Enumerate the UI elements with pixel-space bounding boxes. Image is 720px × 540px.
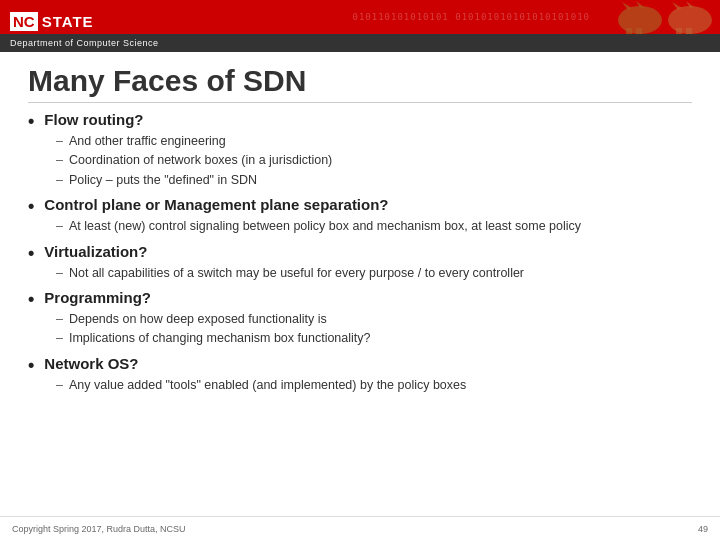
- footer-page-number: 49: [698, 524, 708, 534]
- sub-dash: –: [56, 151, 63, 170]
- list-item: • Network OS? – Any value added "tools" …: [28, 355, 692, 395]
- sub-dash: –: [56, 264, 63, 283]
- bullet-main-1: • Flow routing?: [28, 111, 692, 130]
- sub-text: Not all capabilities of a switch may be …: [69, 264, 692, 283]
- logo-state-text: STATE: [42, 13, 94, 30]
- bullet-dot-2: •: [28, 197, 34, 215]
- list-item: – Any value added "tools" enabled (and i…: [56, 376, 692, 395]
- list-item: • Control plane or Management plane sepa…: [28, 196, 692, 236]
- sub-dash: –: [56, 376, 63, 395]
- bullet-dot-3: •: [28, 244, 34, 262]
- sub-text: At least (new) control signaling between…: [69, 217, 692, 236]
- bullet-label-1: Flow routing?: [44, 111, 143, 128]
- sub-text: Implications of changing mechanism box f…: [69, 329, 692, 348]
- sub-dash: –: [56, 217, 63, 236]
- bullet-main-3: • Virtualization?: [28, 243, 692, 262]
- dept-text: Department of Computer Science: [10, 38, 159, 48]
- bullet-main-5: • Network OS?: [28, 355, 692, 374]
- bullet-list: • Flow routing? – And other traffic engi…: [28, 111, 692, 395]
- list-item: – At least (new) control signaling betwe…: [56, 217, 692, 236]
- bullet-dot-5: •: [28, 356, 34, 374]
- list-item: – And other traffic engineering: [56, 132, 692, 151]
- binary-text: 010110101010101 010101010101010101010: [353, 12, 590, 22]
- list-item: – Depends on how deep exposed functional…: [56, 310, 692, 329]
- slide-content: Many Faces of SDN • Flow routing? – And …: [0, 52, 720, 516]
- sub-dash: –: [56, 132, 63, 151]
- logo-nc-text: NC: [10, 12, 38, 31]
- header-bar: NC STATE UNIVERSITY 010110101010101 0101…: [0, 0, 720, 52]
- sub-text: Coordination of network boxes (in a juri…: [69, 151, 692, 170]
- sub-list-5: – Any value added "tools" enabled (and i…: [28, 376, 692, 395]
- footer: Copyright Spring 2017, Rudra Dutta, NCSU…: [0, 516, 720, 540]
- slide-title: Many Faces of SDN: [28, 64, 692, 103]
- bullet-label-2: Control plane or Management plane separa…: [44, 196, 388, 213]
- footer-copyright: Copyright Spring 2017, Rudra Dutta, NCSU: [12, 524, 186, 534]
- list-item: – Not all capabilities of a switch may b…: [56, 264, 692, 283]
- list-item: – Policy – puts the "defined" in SDN: [56, 171, 692, 190]
- sub-dash: –: [56, 171, 63, 190]
- bullet-dot-1: •: [28, 112, 34, 130]
- sub-text: And other traffic engineering: [69, 132, 692, 151]
- sub-text: Policy – puts the "defined" in SDN: [69, 171, 692, 190]
- list-item: – Coordination of network boxes (in a ju…: [56, 151, 692, 170]
- list-item: • Virtualization? – Not all capabilities…: [28, 243, 692, 283]
- list-item: – Implications of changing mechanism box…: [56, 329, 692, 348]
- wolf-svg: [610, 0, 720, 34]
- bullet-label-4: Programming?: [44, 289, 151, 306]
- list-item: • Flow routing? – And other traffic engi…: [28, 111, 692, 190]
- sub-list-4: – Depends on how deep exposed functional…: [28, 310, 692, 349]
- sub-list-3: – Not all capabilities of a switch may b…: [28, 264, 692, 283]
- list-item: • Programming? – Depends on how deep exp…: [28, 289, 692, 349]
- sub-dash: –: [56, 329, 63, 348]
- bullet-main-2: • Control plane or Management plane sepa…: [28, 196, 692, 215]
- sub-list-1: – And other traffic engineering – Coordi…: [28, 132, 692, 190]
- sub-text: Depends on how deep exposed functionalit…: [69, 310, 692, 329]
- bullet-label-3: Virtualization?: [44, 243, 147, 260]
- dept-bar: Department of Computer Science: [0, 34, 720, 52]
- sub-list-2: – At least (new) control signaling betwe…: [28, 217, 692, 236]
- bullet-dot-4: •: [28, 290, 34, 308]
- sub-dash: –: [56, 310, 63, 329]
- bullet-main-4: • Programming?: [28, 289, 692, 308]
- bullet-label-5: Network OS?: [44, 355, 138, 372]
- sub-text: Any value added "tools" enabled (and imp…: [69, 376, 692, 395]
- logo-ncstate: NC STATE: [10, 12, 94, 31]
